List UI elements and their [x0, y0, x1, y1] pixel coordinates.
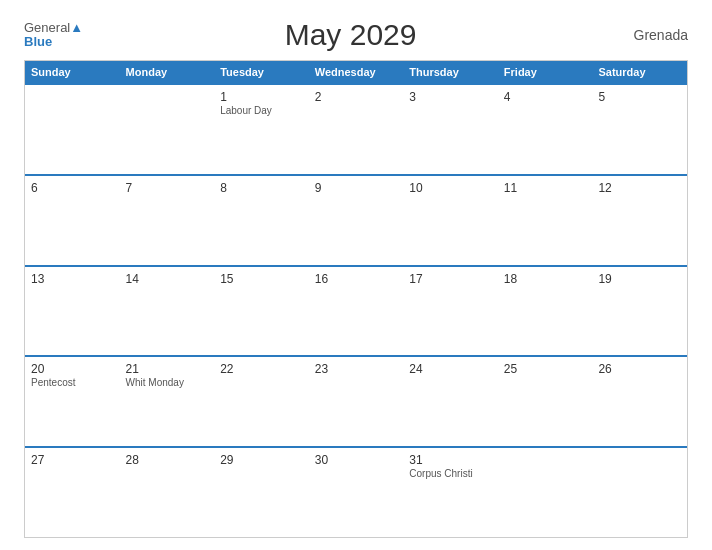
calendar-body: 1Labour Day23456789101112131415161718192… [25, 83, 687, 537]
calendar-week-4: 20Pentecost21Whit Monday2223242526 [25, 355, 687, 446]
calendar-title: May 2029 [83, 18, 618, 52]
cal-cell: 2 [309, 85, 404, 174]
day-number: 17 [409, 272, 492, 286]
header: General▲Blue May 2029 Grenada [24, 18, 688, 52]
cal-cell: 11 [498, 176, 593, 265]
col-thursday: Thursday [403, 61, 498, 83]
calendar: Sunday Monday Tuesday Wednesday Thursday… [24, 60, 688, 538]
day-number: 7 [126, 181, 209, 195]
day-number: 19 [598, 272, 681, 286]
day-number: 27 [31, 453, 114, 467]
cal-cell: 19 [592, 267, 687, 356]
logo: General▲Blue [24, 21, 83, 50]
cal-cell [498, 448, 593, 537]
cal-cell: 10 [403, 176, 498, 265]
cal-cell: 28 [120, 448, 215, 537]
col-monday: Monday [120, 61, 215, 83]
col-tuesday: Tuesday [214, 61, 309, 83]
calendar-week-2: 6789101112 [25, 174, 687, 265]
day-number: 11 [504, 181, 587, 195]
day-event: Corpus Christi [409, 468, 492, 479]
day-number: 20 [31, 362, 114, 376]
day-number: 1 [220, 90, 303, 104]
cal-cell: 17 [403, 267, 498, 356]
day-number: 30 [315, 453, 398, 467]
day-number: 2 [315, 90, 398, 104]
cal-cell: 25 [498, 357, 593, 446]
cal-cell [120, 85, 215, 174]
day-number: 23 [315, 362, 398, 376]
day-number: 3 [409, 90, 492, 104]
cal-cell: 18 [498, 267, 593, 356]
cal-cell: 24 [403, 357, 498, 446]
cal-cell: 5 [592, 85, 687, 174]
cal-cell: 21Whit Monday [120, 357, 215, 446]
day-number: 10 [409, 181, 492, 195]
cal-cell: 23 [309, 357, 404, 446]
cal-cell: 7 [120, 176, 215, 265]
day-event: Whit Monday [126, 377, 209, 388]
day-number: 5 [598, 90, 681, 104]
cal-cell [25, 85, 120, 174]
cal-cell: 1Labour Day [214, 85, 309, 174]
day-event: Labour Day [220, 105, 303, 116]
logo-blue: Blue [24, 34, 52, 49]
cal-cell: 3 [403, 85, 498, 174]
cal-cell: 16 [309, 267, 404, 356]
calendar-week-1: 1Labour Day2345 [25, 83, 687, 174]
cal-cell: 31Corpus Christi [403, 448, 498, 537]
day-number: 22 [220, 362, 303, 376]
day-number: 4 [504, 90, 587, 104]
country-name: Grenada [618, 27, 688, 43]
col-sunday: Sunday [25, 61, 120, 83]
day-number: 18 [504, 272, 587, 286]
col-wednesday: Wednesday [309, 61, 404, 83]
cal-cell: 12 [592, 176, 687, 265]
day-number: 25 [504, 362, 587, 376]
cal-cell: 29 [214, 448, 309, 537]
cal-cell: 8 [214, 176, 309, 265]
day-number: 26 [598, 362, 681, 376]
calendar-week-3: 13141516171819 [25, 265, 687, 356]
col-friday: Friday [498, 61, 593, 83]
col-saturday: Saturday [592, 61, 687, 83]
day-number: 31 [409, 453, 492, 467]
page: General▲Blue May 2029 Grenada Sunday Mon… [0, 0, 712, 550]
cal-cell: 15 [214, 267, 309, 356]
cal-cell: 4 [498, 85, 593, 174]
day-number: 8 [220, 181, 303, 195]
cal-cell: 27 [25, 448, 120, 537]
cal-cell: 20Pentecost [25, 357, 120, 446]
day-number: 12 [598, 181, 681, 195]
calendar-week-5: 2728293031Corpus Christi [25, 446, 687, 537]
day-number: 14 [126, 272, 209, 286]
day-number: 28 [126, 453, 209, 467]
cal-cell: 6 [25, 176, 120, 265]
cal-cell: 26 [592, 357, 687, 446]
day-number: 16 [315, 272, 398, 286]
day-number: 13 [31, 272, 114, 286]
cal-cell: 30 [309, 448, 404, 537]
day-number: 9 [315, 181, 398, 195]
calendar-header: Sunday Monday Tuesday Wednesday Thursday… [25, 61, 687, 83]
cal-cell: 13 [25, 267, 120, 356]
day-number: 15 [220, 272, 303, 286]
cal-cell [592, 448, 687, 537]
cal-cell: 22 [214, 357, 309, 446]
day-number: 24 [409, 362, 492, 376]
cal-cell: 14 [120, 267, 215, 356]
day-event: Pentecost [31, 377, 114, 388]
logo-text: General▲Blue [24, 21, 83, 50]
day-number: 29 [220, 453, 303, 467]
day-number: 21 [126, 362, 209, 376]
cal-cell: 9 [309, 176, 404, 265]
day-number: 6 [31, 181, 114, 195]
